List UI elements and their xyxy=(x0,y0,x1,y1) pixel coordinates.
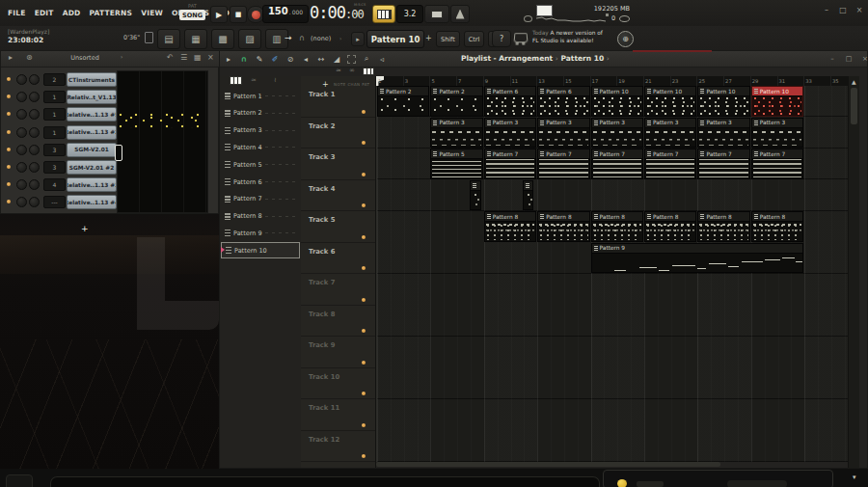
track-name[interactable]: Track 3 xyxy=(309,153,335,161)
channel-volume-knob[interactable] xyxy=(29,127,40,138)
piano-roll-toggle-button[interactable]: ▩ xyxy=(211,29,234,49)
playlist-clip[interactable]: Pattern 8 xyxy=(697,211,749,242)
news-globe-button[interactable]: ⊕ xyxy=(617,31,634,47)
playlist-clip[interactable]: Pattern 3 xyxy=(537,118,589,149)
track-header[interactable]: Track 2 xyxy=(301,118,375,149)
pattern-list-item[interactable]: Pattern 7 xyxy=(221,191,300,207)
track-led[interactable] xyxy=(362,235,366,239)
playlist-clip[interactable]: Pattern 7 xyxy=(751,149,803,179)
add-channel-button[interactable]: + xyxy=(81,224,89,233)
menu-item-add[interactable]: ADD xyxy=(63,9,81,17)
playlist-clip[interactable]: Pattern 6 xyxy=(537,86,589,117)
track-led[interactable] xyxy=(362,203,366,207)
pattern-list-item[interactable]: Pattern 1 xyxy=(221,88,300,104)
channel-rack-toggle-button[interactable]: ▦ xyxy=(184,29,207,49)
channel-name-button[interactable]: Relative..1.13 #2 xyxy=(67,125,117,140)
track-led[interactable] xyxy=(362,110,366,114)
vertical-scrollbar[interactable]: ▲ xyxy=(848,76,859,468)
pattern-list-item[interactable]: Pattern 8 xyxy=(221,208,300,225)
track-led[interactable] xyxy=(362,298,366,302)
playlist-clip[interactable] xyxy=(470,180,482,211)
close-button[interactable]: × xyxy=(854,6,864,14)
pat-mode-label[interactable]: PAT xyxy=(179,3,205,9)
playlist-clip[interactable]: Pattern 9 xyxy=(591,243,804,274)
tab-automation-icon[interactable]: ≀ xyxy=(274,76,277,84)
vertical-scroll-thumb[interactable] xyxy=(851,88,857,124)
track-name[interactable]: Track 10 xyxy=(309,373,339,381)
channel-name-button[interactable]: SGM-V2.01 #2 xyxy=(67,160,117,175)
mute-tool-icon[interactable]: ◂ xyxy=(301,55,311,64)
menu-item-patterns[interactable]: PATTERNS xyxy=(90,9,133,17)
track-header[interactable]: Track 3 xyxy=(301,149,375,180)
playlist-clip[interactable]: Pattern 3 xyxy=(644,118,696,149)
channel-name-button[interactable]: CTinstruments xyxy=(67,72,117,87)
channel-target-number[interactable]: 4 xyxy=(43,178,66,191)
playlist-clip[interactable]: Pattern 2 xyxy=(377,86,429,117)
horizontal-scroll-thumb[interactable] xyxy=(376,462,720,467)
playlist-clip[interactable]: Pattern 8 xyxy=(484,211,536,242)
track-header[interactable]: Track 11 xyxy=(301,399,375,431)
track-header[interactable]: Track 8 xyxy=(301,306,375,338)
pat-song-toggle[interactable]: PAT SONG xyxy=(179,3,205,23)
track-name[interactable]: Track 7 xyxy=(309,279,335,286)
channel-mute-led[interactable] xyxy=(7,182,11,186)
menu-item-view[interactable]: VIEW xyxy=(141,9,163,17)
playlist-clip[interactable]: Pattern 8 xyxy=(751,211,803,242)
bar-beat-display[interactable]: 3.2 xyxy=(396,5,423,23)
channel-mute-led[interactable] xyxy=(7,200,11,203)
typing-target-selector[interactable]: (none) xyxy=(311,35,331,42)
slip-tool-icon[interactable]: ⊘ xyxy=(285,55,295,64)
snap-magnet-icon[interactable]: ∩ xyxy=(239,55,249,64)
minimize-button[interactable]: – xyxy=(822,6,831,14)
track-name[interactable]: Track 8 xyxy=(309,311,335,318)
playlist-clip[interactable]: Pattern 7 xyxy=(697,149,749,179)
track-name[interactable]: Track 11 xyxy=(309,404,339,412)
track-header[interactable]: Track 7 xyxy=(301,274,375,306)
playlist-clip[interactable]: Pattern 10 xyxy=(591,86,643,117)
channel-pan-knob[interactable] xyxy=(16,145,27,155)
playlist-maximize-button[interactable]: □ xyxy=(844,55,854,63)
playlist-clip[interactable]: Pattern 3 xyxy=(484,118,536,149)
playlist-clip[interactable]: Pattern 7 xyxy=(537,149,589,179)
corner-caret-icon[interactable]: ▾ xyxy=(853,473,856,481)
track-led[interactable] xyxy=(362,454,366,458)
update-banner[interactable]: Today A newer version of FL Studio is av… xyxy=(532,29,611,45)
playlist-grid[interactable]: Pattern 2Pattern 2Pattern 6Pattern 6Patt… xyxy=(376,86,849,462)
channel-preview-area[interactable] xyxy=(117,70,208,213)
track-led[interactable] xyxy=(362,423,366,427)
toast-button-pill[interactable] xyxy=(727,480,787,487)
playlist-clip[interactable]: Pattern 7 xyxy=(484,149,536,179)
play-button[interactable]: ▶ xyxy=(210,6,228,23)
channel-pan-knob[interactable] xyxy=(16,92,27,102)
channel-pan-knob[interactable] xyxy=(16,197,27,207)
rack-grid-icon[interactable]: ▦ xyxy=(194,53,202,62)
pattern-selector[interactable]: Pattern 10 xyxy=(366,30,424,48)
typing-keyboard-button[interactable] xyxy=(372,5,395,23)
playlist-clip[interactable]: Pattern 2 xyxy=(430,86,482,117)
channel-pan-knob[interactable] xyxy=(16,109,27,120)
channel-target-number[interactable]: 1 xyxy=(43,91,66,103)
paint-brush-icon[interactable]: ✐ xyxy=(270,55,280,64)
playlist-minimize-button[interactable]: – xyxy=(827,55,837,63)
channel-pan-knob[interactable] xyxy=(16,179,27,190)
rack-close-icon[interactable]: × xyxy=(207,53,214,62)
channel-target-number[interactable]: 1 xyxy=(43,108,66,121)
channel-name-button[interactable]: SGM-V2.01 xyxy=(67,143,117,157)
rack-graph-icon[interactable]: ☰ xyxy=(180,53,187,62)
playlist-clip[interactable]: Pattern 3 xyxy=(591,118,643,149)
track-led[interactable] xyxy=(362,329,366,333)
track-header[interactable]: Track 10 xyxy=(301,368,375,400)
tab-patterns-piano-icon[interactable] xyxy=(230,76,242,85)
playlist-clip[interactable]: Pattern 5 xyxy=(430,149,482,179)
playlist-clip[interactable]: Pattern 10 xyxy=(697,86,749,117)
playlist-clip[interactable]: Pattern 3 xyxy=(697,118,749,149)
channel-volume-knob[interactable] xyxy=(29,145,40,155)
channel-target-number[interactable]: --- xyxy=(43,196,66,208)
track-header[interactable]: Track 5 xyxy=(301,211,375,243)
track-name[interactable]: Track 2 xyxy=(309,122,335,130)
next-pattern-button[interactable]: ▸ xyxy=(351,32,365,46)
channel-pan-knob[interactable] xyxy=(16,127,27,138)
playlist-close-button[interactable]: × xyxy=(860,55,868,63)
playlist-clip[interactable] xyxy=(523,180,533,211)
track-led[interactable] xyxy=(362,141,366,145)
